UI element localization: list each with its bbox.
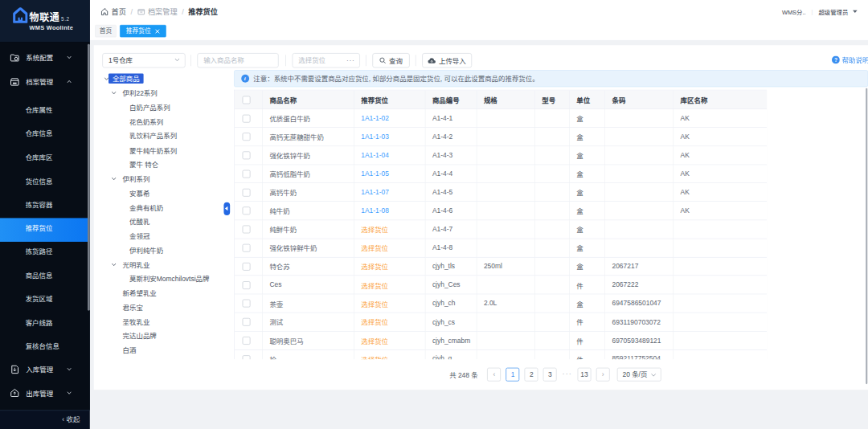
svg-text:?: ? (834, 56, 837, 62)
